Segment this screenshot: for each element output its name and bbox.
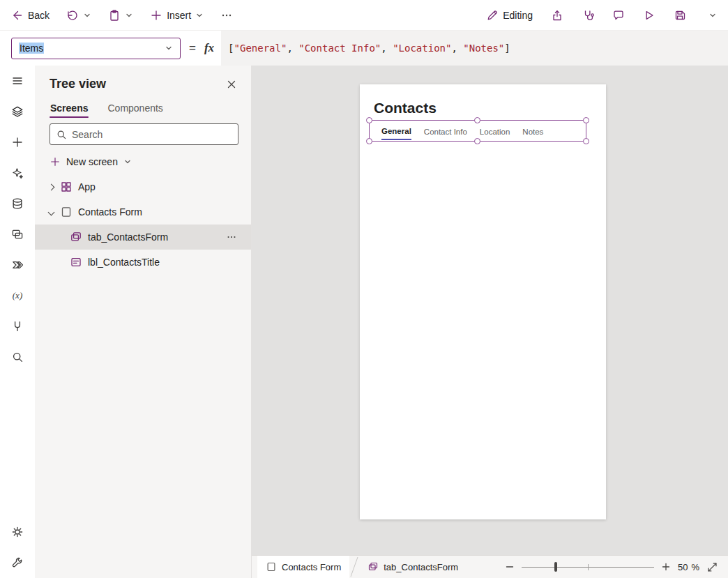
selection-handle[interactable] (474, 117, 480, 123)
canvas-tab-notes[interactable]: Notes (516, 121, 549, 141)
save-dropdown-button[interactable] (708, 11, 717, 20)
selection-handle[interactable] (366, 117, 372, 123)
tree-item-contacts-form[interactable]: Contacts Form (35, 199, 251, 225)
tab-control-icon (367, 561, 379, 572)
slider-handle[interactable] (554, 562, 557, 572)
minus-icon (505, 562, 515, 572)
flow-icon (11, 259, 24, 271)
selection-handle[interactable] (366, 138, 372, 144)
tree-item-label: tab_ContactsForm (88, 231, 168, 243)
undo-icon (66, 9, 79, 22)
tree-item-tab-contactsform[interactable]: tab_ContactsForm (35, 225, 251, 250)
comments-button[interactable] (612, 9, 625, 22)
more-options-button[interactable] (226, 231, 237, 243)
chevron-down-icon (125, 11, 133, 20)
new-screen-button[interactable]: New screen (35, 149, 251, 174)
tab-components[interactable]: Components (107, 97, 163, 121)
back-button[interactable]: Back (11, 9, 50, 22)
plus-icon (50, 156, 61, 167)
preview-button[interactable] (643, 9, 655, 22)
top-toolbar: Back Insert Editing (0, 0, 728, 31)
selection-handle[interactable] (583, 138, 589, 144)
zoom-level[interactable]: 50 % (678, 562, 699, 572)
wrench-icon (11, 556, 24, 569)
zoom-in-button[interactable] (661, 562, 671, 572)
screen-canvas[interactable]: Contacts General Contact Info Location N… (360, 84, 606, 519)
back-arrow-icon (11, 9, 24, 22)
tab-control-icon (70, 231, 82, 243)
zoom-out-button[interactable] (505, 562, 515, 572)
canvas-tab-general[interactable]: General (375, 121, 418, 141)
share-button[interactable] (551, 9, 563, 22)
breadcrumb-screen[interactable]: Contacts Form (257, 556, 349, 578)
fit-to-window-button[interactable] (706, 561, 718, 573)
canvas-tab-location[interactable]: Location (473, 121, 516, 141)
tab-list-control[interactable]: General Contact Info Location Notes (369, 120, 586, 142)
status-bar: Contacts Form tab_ContactsForm (252, 555, 728, 578)
search-input[interactable] (72, 129, 232, 140)
play-icon (643, 9, 655, 22)
insert-dropdown-button[interactable] (195, 11, 204, 20)
tab-screens[interactable]: Screens (50, 97, 89, 121)
breadcrumb-label: tab_ContactsForm (384, 562, 458, 572)
insert-button[interactable]: Insert (150, 9, 191, 22)
formula-token: , (381, 43, 393, 54)
selection-handle[interactable] (583, 117, 589, 123)
collapse-chevron[interactable] (45, 206, 57, 218)
gear-icon (11, 526, 24, 538)
save-icon (674, 9, 686, 22)
undo-dropdown-button[interactable] (83, 11, 91, 20)
panel-tabs: Screens Components (35, 94, 251, 121)
tab-label: Contact Info (424, 122, 467, 139)
breadcrumb-divider (349, 556, 359, 578)
selection-handle[interactable] (474, 138, 480, 144)
formula-text: ["General", "Contact Info", "Location", … (228, 43, 510, 54)
tree-view-button[interactable] (0, 96, 35, 127)
menu-button[interactable] (0, 66, 35, 96)
plus-icon (661, 562, 671, 572)
power-automate-button[interactable] (0, 250, 35, 280)
tree-item-lbl-contactstitle[interactable]: lbl_ContactsTitle (35, 250, 251, 275)
undo-button[interactable] (66, 9, 79, 22)
plus-icon (11, 136, 24, 149)
chevron-down-icon (123, 158, 132, 166)
formula-input[interactable]: ["General", "Contact Info", "Location", … (221, 31, 728, 66)
canvas-tab-contact-info[interactable]: Contact Info (418, 121, 473, 141)
tests-button[interactable] (0, 311, 35, 342)
screen-title-label[interactable]: Contacts (374, 100, 437, 116)
property-selector[interactable]: Items (11, 38, 181, 59)
screen-icon (60, 206, 73, 218)
canvas-area[interactable]: Contacts General Contact Info Location N… (252, 66, 728, 555)
advanced-tools-button[interactable] (0, 547, 35, 578)
chevron-down-icon (195, 11, 204, 20)
paste-button[interactable] (108, 9, 121, 22)
clipboard-icon (108, 9, 121, 22)
data-button[interactable] (0, 188, 35, 219)
expand-chevron[interactable] (45, 181, 57, 193)
more-commands-button[interactable] (220, 9, 233, 22)
copilot-button[interactable] (0, 158, 35, 188)
comment-icon (612, 9, 625, 22)
close-panel-button[interactable] (226, 79, 237, 90)
search-box[interactable] (50, 123, 238, 145)
breadcrumb-control[interactable]: tab_ContactsForm (359, 556, 467, 578)
hamburger-icon (11, 75, 24, 87)
paste-dropdown-button[interactable] (125, 11, 133, 20)
insert-panel-button[interactable] (0, 127, 35, 158)
expand-icon (706, 561, 718, 573)
media-button[interactable] (0, 219, 35, 250)
tree-item-label: App (78, 181, 96, 192)
search-panel-button[interactable] (0, 342, 35, 372)
variables-button[interactable]: (x) (0, 280, 35, 311)
editing-mode-button[interactable]: Editing (486, 9, 533, 22)
zoom-slider[interactable] (522, 561, 654, 572)
property-value: Items (19, 43, 44, 54)
tab-label: Location (480, 122, 510, 139)
formula-token: "Location" (393, 43, 451, 54)
app-checker-button[interactable] (582, 9, 594, 22)
tree-item-app[interactable]: App (35, 174, 251, 199)
save-button[interactable] (674, 9, 686, 22)
zoom-controls: 50 % (505, 561, 718, 573)
settings-button[interactable] (0, 517, 35, 547)
tree-view-panel: Tree view Screens Components New screen … (35, 66, 252, 578)
